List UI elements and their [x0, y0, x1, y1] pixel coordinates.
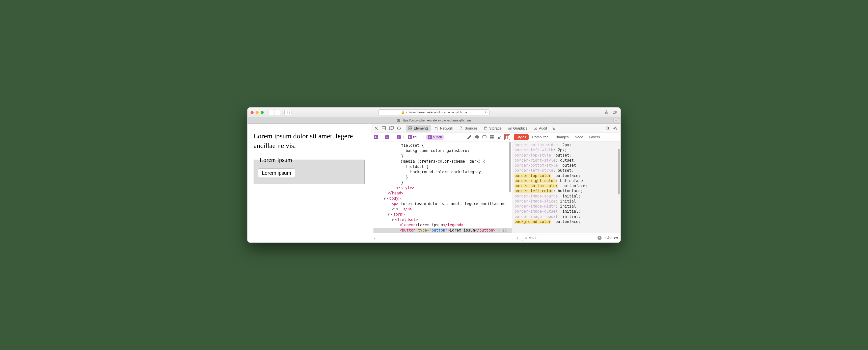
show-sidebar-button[interactable]: [284, 110, 291, 115]
disclosure-triangle-icon[interactable]: ▼: [392, 217, 395, 223]
src-line: @media (prefers-color-scheme: dark) {: [401, 159, 486, 164]
minimize-window-button[interactable]: [256, 111, 259, 114]
tab-audit-label: Audit: [539, 126, 547, 130]
svg-point-20: [606, 127, 609, 129]
back-button[interactable]: 〈: [268, 110, 274, 115]
page-content: Lorem ipsum dolor sit amet, legere ancil…: [248, 124, 371, 242]
dom-column: E 〉 E 〉 E 〉 Efiel… 〉 Ebutton: [371, 133, 512, 242]
print-styles-icon[interactable]: [474, 134, 480, 140]
dock-bottom-icon[interactable]: [380, 125, 387, 132]
tab-sources-label: Sources: [465, 126, 477, 130]
rulers-icon[interactable]: [466, 134, 472, 140]
page-paragraph: Lorem ipsum dolor sit amet, legere ancil…: [254, 131, 365, 150]
crumb-2[interactable]: E: [395, 135, 402, 140]
style-rule[interactable]: border-left-color: buttonface;: [515, 188, 618, 194]
compositing-borders-icon[interactable]: [489, 134, 495, 140]
style-rule[interactable]: border-image-repeat: initial;: [515, 214, 618, 219]
close-window-button[interactable]: [251, 111, 254, 114]
tab-storage[interactable]: Storage: [481, 125, 504, 132]
tab-bar: C https://color-scheme-prefers-color-sch…: [248, 117, 620, 124]
page-button[interactable]: Lorem ipsum: [258, 169, 295, 178]
tab-network[interactable]: Network: [432, 125, 456, 132]
styles-tab-styles[interactable]: Styles: [514, 134, 529, 140]
tab-sources[interactable]: Sources: [457, 125, 480, 132]
crumb-3[interactable]: Efiel…: [406, 135, 422, 140]
style-rule[interactable]: border-right-style: outset;: [515, 158, 618, 163]
style-rule[interactable]: border-bottom-width: 2px;: [515, 142, 618, 147]
disclosure-triangle-icon[interactable]: ▼: [388, 212, 391, 217]
filter-icon: ⊜: [524, 236, 527, 240]
styles-tab-layers[interactable]: Layers: [587, 134, 602, 140]
chevron-right-icon: 〉: [423, 135, 426, 139]
src-line: Lorem ipsum: [418, 223, 443, 227]
crumb-4-label: button: [433, 135, 442, 139]
window-titlebar: 〈 〉 🔒 color-scheme-prefers-color-scheme.…: [248, 108, 620, 117]
src-line: <legend>: [400, 223, 418, 227]
style-rule[interactable]: border-image-source: initial;: [515, 194, 618, 199]
style-rule[interactable]: border-right-color: buttonface;: [515, 178, 618, 183]
style-rule[interactable]: border-left-style: outset;: [515, 168, 618, 173]
crumb-1[interactable]: E: [384, 135, 391, 140]
selected-dom-node[interactable]: <button type="button">Lorem ipsum</butto…: [373, 228, 512, 233]
crumb-4[interactable]: Ebutton: [426, 135, 443, 140]
show-details-sidebar-icon[interactable]: [504, 134, 510, 140]
style-rule[interactable]: border-image-slice: initial;: [515, 199, 618, 204]
styles-filter-input[interactable]: ⊜ color ✕: [522, 235, 603, 241]
style-rule[interactable]: background-color: buttonface;: [515, 219, 618, 224]
style-rule[interactable]: border-image-outset: initial;: [515, 209, 618, 214]
styles-tab-node[interactable]: Node: [572, 134, 586, 140]
breadcrumb-bar: E 〉 E 〉 E 〉 Efiel… 〉 Ebutton: [371, 133, 512, 141]
lock-icon: 🔒: [401, 111, 405, 114]
tab-network-label: Network: [440, 126, 453, 130]
reload-button[interactable]: ↻: [485, 110, 488, 114]
styles-filter-row: ＋ ⊜ color ✕ Classes: [512, 233, 620, 242]
tab-graphics[interactable]: Graphics: [505, 125, 530, 132]
disclosure-triangle-icon[interactable]: ▼: [383, 196, 387, 201]
search-icon[interactable]: [604, 125, 611, 132]
address-bar[interactable]: 🔒 color-scheme-prefers-color-scheme.glit…: [378, 109, 490, 115]
crumb-0[interactable]: E: [372, 135, 379, 140]
close-inspector-icon[interactable]: [373, 125, 379, 132]
tab-favicon: C: [397, 119, 400, 122]
styles-tab-computed[interactable]: Computed: [530, 134, 551, 140]
style-rule[interactable]: border-top-style: outset;: [515, 153, 618, 158]
new-rule-button[interactable]: ＋: [515, 235, 520, 241]
tab-elements[interactable]: Elements: [406, 125, 431, 132]
select-element-icon[interactable]: [396, 125, 402, 132]
styles-rules[interactable]: border-bottom-width: 2px;border-left-wid…: [512, 141, 620, 233]
console-prompt-row[interactable]: ›: [371, 234, 512, 242]
svg-rect-26: [483, 136, 486, 138]
force-appearance-icon[interactable]: [482, 134, 488, 140]
tabs-overflow-icon[interactable]: [551, 125, 557, 132]
page-fieldset: Lorem ipsum Lorem ipsum: [254, 156, 365, 184]
paint-flashing-icon[interactable]: [497, 134, 503, 140]
style-rule[interactable]: border-top-color: buttonface;: [515, 173, 618, 178]
style-rule[interactable]: border-bottom-style: outset;: [515, 163, 618, 168]
tab-audit[interactable]: Audit: [531, 125, 550, 132]
src-line: </style>: [396, 185, 414, 190]
show-tabs-button[interactable]: [612, 110, 617, 115]
scrollbar-thumb[interactable]: [509, 142, 511, 193]
clear-filter-icon[interactable]: ✕: [597, 236, 601, 240]
styles-tab-changes[interactable]: Changes: [552, 134, 571, 140]
style-rule[interactable]: border-bottom-color: buttonface;: [515, 183, 618, 188]
src-line: <fieldset>: [395, 217, 418, 222]
src-line: </p>: [403, 207, 412, 211]
classes-toggle[interactable]: Classes: [605, 236, 618, 240]
toolbar-right: [604, 110, 617, 115]
chevron-right-icon: 〉: [391, 135, 395, 139]
src-line: <form>: [391, 212, 405, 217]
share-button[interactable]: [604, 110, 609, 115]
dock-side-icon[interactable]: [388, 125, 395, 132]
new-tab-button[interactable]: ＋: [613, 118, 619, 123]
style-rule[interactable]: border-left-width: 2px;: [515, 147, 618, 152]
styles-panel: Styles Computed Changes Node Layers bord…: [512, 133, 620, 242]
settings-gear-icon[interactable]: [612, 125, 618, 132]
scrollbar-thumb[interactable]: [618, 149, 620, 195]
inspector-body: E 〉 E 〉 E 〉 Efiel… 〉 Ebutton: [371, 133, 620, 242]
style-rule[interactable]: border-image-width: initial;: [515, 204, 618, 209]
tab-title[interactable]: https://color-scheme-prefers-color-schem…: [402, 119, 472, 122]
dom-tree[interactable]: fieldset { background-color: gainsboro; …: [371, 141, 512, 234]
zoom-window-button[interactable]: [261, 111, 264, 114]
forward-button[interactable]: 〉: [275, 110, 281, 115]
